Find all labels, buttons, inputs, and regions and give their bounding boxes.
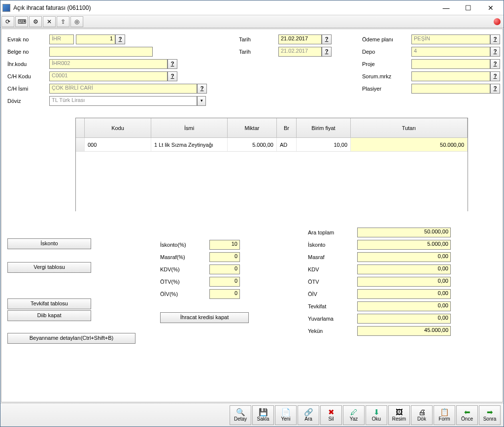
masraf-pct-label: Masraf(%) [160,254,209,260]
otv-total-value: 0,00 [357,277,451,287]
ch-kodu-input[interactable]: C0001 [49,71,168,81]
ara-toplam-label: Ara toplam [308,230,357,235]
tevkifat-total-label: Tevkifat [308,303,357,309]
odeme-lookup[interactable]: ? [490,34,500,44]
yaz-icon: 🖊 [350,408,358,416]
depo-input[interactable]: 4 [411,47,490,57]
bottom-toolbar: 🔍Detay 💾Sakla 📄Yeni 🔗Ara ✖Sil 🖊Yaz ⬇Oku … [0,403,504,427]
toolbar-btn-1[interactable]: ⟳ [1,16,14,27]
sorum-label: Sorum.mrkz [362,73,411,79]
ch-kodu-lookup[interactable]: ? [168,71,177,81]
depo-lookup[interactable]: ? [490,47,500,57]
yaz-button[interactable]: 🖊Yaz [343,405,365,425]
toolbar: ⟳ ⌨ ⚙ ✕ ⇪ ◎ [0,15,504,28]
sorum-input[interactable] [411,71,490,81]
ihracat-kredisi-button[interactable]: İhracat kredisi kapat [160,312,249,323]
col-header-ismi[interactable]: İsmi [151,118,228,137]
tarih1-lookup[interactable]: ? [322,34,332,44]
cell-br[interactable]: AD [277,138,297,151]
iskonto-pct-label: İskonto(%) [160,242,209,248]
masraf-pct-input[interactable]: 0 [209,252,240,262]
oiv-total-value: 0,00 [357,289,451,299]
toolbar-btn-6[interactable]: ◎ [70,16,83,27]
tarih2-input[interactable]: 21.02.2017 [278,47,322,57]
ihr-kodu-input[interactable]: İHR002 [49,59,168,69]
yekun-value: 45.000,00 [357,326,451,336]
col-header-br[interactable]: Br [277,118,297,137]
col-header-miktar[interactable]: Miktar [228,118,277,137]
cell-tutar[interactable]: 50.000,00 [351,138,468,151]
ara-button[interactable]: 🔗Ara [298,405,319,425]
toolbar-btn-5[interactable]: ⇪ [57,16,69,27]
oiv-pct-input[interactable]: 0 [209,289,240,299]
doviz-dropdown-icon[interactable]: ▾ [197,96,206,106]
odeme-input[interactable]: PEŞİN [411,34,490,44]
kdv-pct-input[interactable]: 0 [209,264,240,274]
otv-pct-input[interactable]: 0 [209,277,240,287]
minimize-button[interactable]: — [435,1,457,15]
form-button[interactable]: 📋Form [434,405,455,425]
cell-kodu[interactable]: 000 [85,138,151,151]
oku-button[interactable]: ⬇Oku [366,405,387,425]
evrak-no-lookup[interactable]: ? [115,34,125,44]
col-header-kodu[interactable]: Kodu [85,118,151,137]
beyanname-button[interactable]: Beyanname detayları(Ctrl+Shift+B) [7,333,135,344]
doviz-label: Döviz [7,98,49,104]
once-button[interactable]: ⬅Önce [456,405,478,425]
proje-label: Proje [362,61,411,67]
sorum-lookup[interactable]: ? [490,71,500,81]
sil-button[interactable]: ✖Sil [320,405,342,425]
tarih2-label: Tarih [239,49,264,55]
yeni-button[interactable]: 📄Yeni [275,405,297,425]
iskonto-pct-input[interactable]: 10 [209,240,240,250]
yuvarlama-value: 0,00 [357,314,451,324]
toolbar-btn-2[interactable]: ⌨ [15,16,28,27]
evrak-no-prefix[interactable]: İHR [49,34,74,44]
oku-icon: ⬇ [373,408,380,416]
items-grid[interactable]: Kodu İsmi Miktar Br Birim fiyat Tutarı 0… [75,118,468,211]
titlebar: Açık ihracat faturası (061100) — ☐ ✕ [0,0,504,15]
yeni-icon: 📄 [281,408,291,416]
maximize-button[interactable]: ☐ [457,1,479,15]
masraf-total-label: Masraf [308,254,357,260]
close-button[interactable]: ✕ [479,1,502,15]
sonra-button[interactable]: ➡Sonra [479,405,501,425]
toolbar-btn-4[interactable]: ✕ [43,16,56,27]
ch-ismi-input[interactable]: ÇOK BİRLİ CARİ [49,84,197,94]
ihr-kodu-lookup[interactable]: ? [168,59,177,69]
diib-button[interactable]: Diib kapat [7,310,91,321]
proje-lookup[interactable]: ? [490,59,500,69]
sakla-button[interactable]: 💾Sakla [252,405,274,425]
detay-button[interactable]: 🔍Detay [230,405,251,425]
plasiyer-input[interactable] [411,84,490,94]
ch-ismi-lookup[interactable]: ? [197,84,207,94]
evrak-no-num[interactable]: 1 [76,34,115,44]
ara-toplam-value: 50.000,00 [357,228,451,237]
col-header-tutar[interactable]: Tutarı [351,118,468,137]
detay-icon: 🔍 [236,408,245,416]
tevkifat-button[interactable]: Tevkifat tablosu [7,298,91,309]
resim-button[interactable]: 🖼Resim [388,405,410,425]
kdv-total-label: KDV [308,266,357,272]
iskonto-total-label: İskonto [308,242,357,248]
otv-pct-label: ÖTV(%) [160,279,209,285]
plasiyer-lookup[interactable]: ? [490,84,500,94]
belge-no-input[interactable] [49,47,153,57]
sil-icon: ✖ [328,408,335,416]
col-header-fiyat[interactable]: Birim fiyat [297,118,351,137]
cell-miktar[interactable]: 5.000,00 [228,138,277,151]
belge-no-label: Belge no [7,49,49,55]
tevkifat-total-value: 0,00 [357,301,451,311]
cell-fiyat[interactable]: 10,00 [297,138,351,151]
cell-ismi[interactable]: 1 Lt lik Sızma Zeytinyağı [151,138,228,151]
iskonto-button[interactable]: İskonto [7,238,91,249]
grid-row[interactable]: 000 1 Lt lik Sızma Zeytinyağı 5.000,00 A… [76,138,468,152]
doviz-select[interactable]: TL Türk Lirası [49,96,197,106]
vergi-button[interactable]: Vergi tablosu [7,262,91,273]
plasiyer-label: Plasiyer [362,86,411,92]
proje-input[interactable] [411,59,490,69]
dok-button[interactable]: 🖨Dök [411,405,433,425]
toolbar-btn-3[interactable]: ⚙ [29,16,42,27]
tarih2-lookup[interactable]: ? [322,47,332,57]
tarih1-input[interactable]: 21.02.2017 [278,34,322,44]
